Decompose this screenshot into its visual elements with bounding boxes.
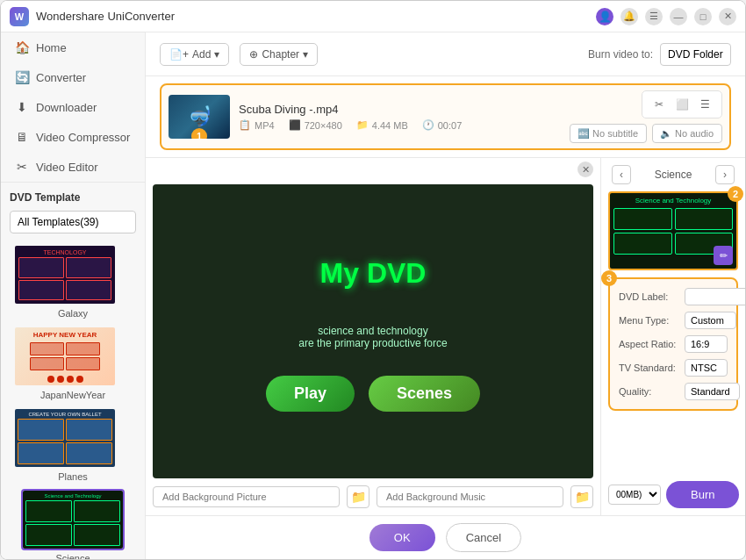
science-preview-title: Science and Technology — [610, 193, 736, 205]
dvd-play-button[interactable]: Play — [266, 376, 355, 412]
file-size: 📁 4.44 MB — [356, 119, 408, 131]
dvd-preview-canvas: My DVD science and technology are the pr… — [153, 184, 593, 478]
badge-2: 2 — [728, 186, 743, 202]
file-info: Scuba Diving -.mp4 📋 MP4 ⬛ 720×480 — [239, 103, 561, 131]
crop-button[interactable]: ⬜ — [672, 95, 692, 114]
add-chapter-label: Chapter — [262, 48, 299, 61]
bg-music-input[interactable] — [377, 486, 563, 507]
bell-icon[interactable]: 🔔 — [620, 8, 638, 25]
dvd-template-section: DVD Template All Templates(39) TECHNOLOG… — [1, 182, 145, 559]
add-video-label: Add — [192, 48, 211, 61]
bg-music-folder-button[interactable]: 📁 — [570, 485, 593, 508]
burn-to-select[interactable]: DVD Folder — [660, 43, 731, 66]
app-title: Wondershare UniConverter — [36, 10, 589, 23]
template-thumb-japan: HAPPY NEW YEAR — [13, 326, 117, 387]
maximize-button[interactable]: □ — [694, 8, 712, 25]
file-item: 🤿 1 Scuba Diving -.mp4 📋 MP4 ⬛ — [160, 83, 731, 150]
preview-background-bar: 📁 📁 — [146, 482, 600, 515]
file-number-badge: 1 — [191, 128, 207, 139]
settings-wrapper: 3 DVD Label: Menu Type: Custom Standard — [608, 277, 738, 411]
duration-value: 00:07 — [438, 120, 463, 131]
sidebar-item-downloader[interactable]: ⬇ Downloader — [1, 92, 145, 122]
sidebar-label-compressor: Video Compressor — [36, 131, 130, 144]
menu-type-select[interactable]: Custom Standard None — [685, 312, 736, 329]
template-item-japan[interactable]: HAPPY NEW YEAR — [10, 322, 136, 404]
aspect-ratio-select[interactable]: 16:9 4:3 — [685, 335, 728, 353]
quality-select[interactable]: Standard High Ultra High — [685, 383, 740, 400]
disk-size-select[interactable]: 00MB) — [608, 485, 661, 505]
format-icon: 📋 — [239, 119, 251, 131]
converter-icon: 🔄 — [15, 70, 29, 84]
main-layout: 🏠 Home 🔄 Converter ⬇ Downloader 🖥 Video … — [1, 32, 745, 559]
subtitle-select[interactable]: 🔤 No subtitle — [570, 124, 647, 143]
sidebar-item-video-compressor[interactable]: 🖥 Video Compressor — [1, 122, 145, 152]
preview-close-button[interactable]: ✕ — [577, 162, 593, 177]
template-item-planes[interactable]: CREATE YOUR OWN BALLET Planes — [10, 404, 136, 485]
menu-icon[interactable]: ☰ — [645, 8, 663, 25]
sidebar-item-converter[interactable]: 🔄 Converter — [1, 62, 145, 92]
template-name-galaxy: Galaxy — [13, 308, 133, 319]
settings-button[interactable]: ☰ — [695, 95, 714, 114]
template-thumb-science: Science and Technology — [21, 489, 125, 550]
add-video-button[interactable]: 📄+ Add ▾ — [160, 43, 229, 66]
dvd-preview-subtitle: science and technology are the primary p… — [298, 325, 447, 349]
cut-button[interactable]: ✂ — [649, 95, 669, 114]
aspect-ratio-label: Aspect Ratio: — [619, 339, 685, 349]
burn-section: Burn video to: DVD Folder — [588, 43, 731, 66]
chapter-icon: ⊕ — [249, 48, 258, 61]
template-filter-select[interactable]: All Templates(39) — [10, 211, 136, 233]
tv-standard-select[interactable]: NTSC PAL — [685, 359, 728, 377]
tv-standard-row: TV Standard: NTSC PAL — [619, 359, 728, 377]
subtitle-line2: are the primary productive force — [298, 337, 447, 349]
audio-select[interactable]: 🔈 No audio — [652, 124, 722, 143]
title-bar: W Wondershare UniConverter 👤 🔔 ☰ — □ ✕ — [1, 1, 745, 32]
template-item-galaxy[interactable]: TECHNOLOGY Galaxy — [10, 241, 136, 322]
template-name-science: Science — [55, 553, 90, 559]
close-button[interactable]: ✕ — [719, 8, 736, 25]
sidebar-item-video-editor[interactable]: ✂ Video Editor — [1, 152, 145, 182]
sidebar-item-home[interactable]: 🏠 Home — [1, 32, 145, 62]
chapter-dropdown-icon: ▾ — [303, 48, 308, 61]
resolution-value: 720×480 — [305, 120, 342, 131]
minimize-button[interactable]: — — [670, 8, 687, 25]
sidebar-label-converter: Converter — [36, 71, 86, 84]
sidebar: 🏠 Home 🔄 Converter ⬇ Downloader 🖥 Video … — [1, 32, 146, 559]
template-thumb-galaxy: TECHNOLOGY — [13, 244, 117, 305]
close-bar: ✕ — [146, 158, 600, 177]
add-chapter-button[interactable]: ⊕ Chapter ▾ — [240, 43, 318, 66]
template-nav: ‹ Science › — [608, 165, 738, 184]
file-action-bar: ✂ ⬜ ☰ — [642, 90, 722, 118]
profile-icon[interactable]: 👤 — [596, 8, 613, 25]
bg-picture-folder-button[interactable]: 📁 — [347, 485, 369, 508]
settings-panel: DVD Label: Menu Type: Custom Standard No… — [608, 277, 738, 411]
file-thumbnail: 🤿 1 — [169, 95, 230, 139]
main-preview-section: ✕ My DVD science and technology are the … — [146, 158, 745, 515]
cancel-button[interactable]: Cancel — [446, 523, 521, 552]
file-controls: ✂ ⬜ ☰ 🔤 No subtitle 🔈 No audio — [570, 90, 722, 143]
bottom-bar: OK Cancel — [146, 515, 745, 559]
dvd-scenes-button[interactable]: Scenes — [369, 376, 480, 412]
template-thumb-planes: CREATE YOUR OWN BALLET — [13, 407, 117, 469]
compressor-icon: 🖥 — [15, 130, 29, 144]
dvd-label-input[interactable] — [685, 288, 745, 305]
template-item-science[interactable]: Science and Technology Science — [10, 485, 136, 559]
quality-row: Quality: Standard High Ultra High — [619, 383, 728, 400]
file-duration: 🕐 00:07 — [422, 119, 463, 131]
sidebar-label-downloader: Downloader — [36, 101, 97, 114]
dvd-label-row: DVD Label: — [619, 288, 728, 305]
file-name: Scuba Diving -.mp4 — [239, 103, 561, 116]
ok-button[interactable]: OK — [369, 524, 435, 551]
add-video-icon: 📄+ — [169, 48, 189, 61]
bg-picture-input[interactable] — [153, 486, 340, 507]
nav-prev-button[interactable]: ‹ — [612, 165, 631, 184]
file-list-area: 🤿 1 Scuba Diving -.mp4 📋 MP4 ⬛ — [146, 76, 745, 158]
diver-icon: 🤿 — [188, 105, 212, 128]
template-edit-button[interactable]: ✏ — [714, 246, 733, 265]
burn-button[interactable]: Burn — [666, 481, 739, 508]
editor-icon: ✂ — [15, 160, 29, 174]
science-template-preview: Science and Technology ✏ — [608, 191, 738, 270]
right-panel: ‹ Science › Science and Technology — [600, 158, 745, 515]
size-value: 4.44 MB — [372, 120, 408, 131]
add-video-dropdown-icon: ▾ — [214, 48, 219, 61]
nav-next-button[interactable]: › — [715, 165, 735, 184]
